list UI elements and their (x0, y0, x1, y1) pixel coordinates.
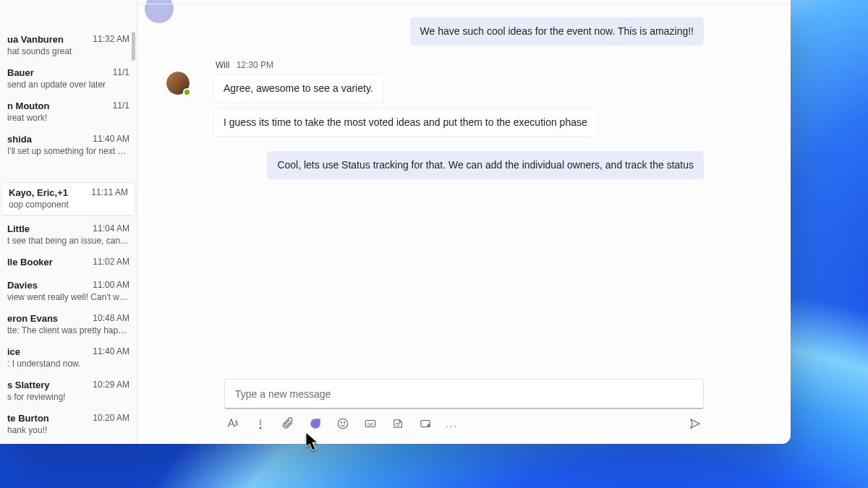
svg-point-3 (341, 422, 341, 423)
chat-list-item-preview: s for reviewing! (7, 392, 129, 402)
avatar[interactable] (166, 72, 190, 95)
bubble-self[interactable]: Cool, lets use Status tracking for that.… (267, 151, 704, 179)
chat-list-item[interactable]: ua Vanburen11:32 AMhat sounds great (0, 29, 137, 62)
message-self: Cool, lets use Status tracking for that.… (210, 151, 704, 179)
chat-list-item-time: 11:04 AM (93, 223, 129, 234)
chat-list-item-time: 11:00 AM (93, 280, 129, 290)
presence-available-icon (183, 88, 191, 96)
stream-icon[interactable] (418, 416, 433, 431)
chat-list-item[interactable]: s Slattery10:29 AMs for reviewing! (0, 374, 137, 408)
message-input[interactable]: Type a new message (224, 379, 704, 409)
chat-list-item[interactable]: n Mouton11/1ireat work! (0, 95, 137, 129)
svg-text:GIF: GIF (367, 422, 374, 427)
chat-list-item-name: shida (7, 134, 94, 145)
chat-list-item-name: ice (7, 346, 94, 357)
chat-list-item-name: eron Evans (7, 313, 94, 324)
svg-point-8 (399, 423, 399, 424)
chat-list-item[interactable]: eron Evans10:48 AMtte: The client was pr… (0, 308, 137, 341)
chat-list-item-name: Bauer (7, 67, 94, 78)
bubble-self[interactable]: We have such cool ideas for the event no… (410, 17, 704, 46)
sticker-icon[interactable] (391, 416, 405, 431)
send-icon[interactable] (688, 416, 702, 431)
chat-list-item[interactable]: Davies11:00 AMview went really well! Can… (0, 275, 137, 308)
chat-list-item[interactable]: Kayo, Eric,+111:11 AMoop component (1, 182, 135, 215)
mouse-cursor (305, 432, 320, 455)
chat-list-item[interactable]: ice11:40 AM: I understand now. (0, 341, 137, 374)
chat-list-item-preview: send an update over later (7, 80, 129, 90)
chat-list-item[interactable]: o Tanaka10:02 AMlike the idea, let's pit… (0, 441, 137, 444)
loop-icon[interactable] (308, 416, 323, 431)
chat-list-item-preview: tte: The client was pretty happy with... (7, 325, 129, 335)
chat-list-item-preview: : I understand now. (7, 359, 129, 369)
svg-point-7 (396, 423, 397, 424)
message-group-other: Will 12:30 PM Agree, awesome to see a va… (210, 60, 704, 142)
chat-list-item[interactable]: Bauer11/1send an update over later (0, 62, 137, 95)
chat-list-item-preview: I'll set up something for next week to..… (7, 146, 129, 156)
chat-list: ua Vanburen11:32 AMhat sounds greatBauer… (0, 0, 137, 444)
message-self: We have such cool ideas for the event no… (210, 17, 704, 46)
format-icon[interactable] (226, 416, 240, 431)
chat-list-item-preview: ireat work! (7, 113, 129, 123)
chat-list-item-time: 11:40 AM (93, 134, 129, 144)
chat-list-item-name: te Burton (7, 413, 94, 424)
chat-list-item-preview: hank you!! (7, 425, 129, 435)
chat-list-item-name: ua Vanburen (7, 34, 94, 45)
chat-list-item-preview: hat sounds great (7, 46, 129, 56)
chat-list-item-time: 11:02 AM (93, 257, 129, 267)
sender-name: Will (216, 60, 229, 70)
chat-list-item-name: Little (7, 223, 94, 234)
chat-list-item-time: 11:40 AM (93, 346, 129, 356)
chat-list-item[interactable]: shida11:40 AMI'll set up something for n… (0, 129, 137, 162)
chat-list-item-preview: t see that being an issue, can take t... (7, 236, 129, 246)
chat-list-item[interactable]: te Burton10:20 AMhank you!! (0, 408, 137, 441)
chat-list-item-time: 11:11 AM (91, 187, 128, 197)
svg-point-1 (260, 427, 261, 429)
chat-list-item-name: n Mouton (7, 100, 94, 111)
chat-list-item-time: 11/1 (113, 100, 129, 111)
chat-list-item-time: 10:48 AM (93, 313, 129, 323)
svg-point-2 (338, 419, 348, 429)
attach-icon[interactable] (281, 416, 295, 431)
gif-icon[interactable]: GIF (363, 416, 378, 431)
chat-list-item-time: 11/1 (113, 67, 129, 77)
chat-list-item-time: 11:32 AM (93, 34, 129, 44)
bubble-other[interactable]: Agree, awesome to see a variety. (213, 74, 384, 103)
chat-list-item-preview: view went really well! Can't wait to... (7, 292, 129, 302)
composer-toolbar: GIF ... (224, 409, 704, 431)
message-meta: Will 12:30 PM (213, 60, 704, 70)
chat-list-item-time: 10:29 AM (93, 380, 129, 390)
composer: Type a new message GIF (137, 379, 791, 444)
chat-list-item[interactable]: Little11:04 AMt see that being an issue,… (0, 218, 137, 252)
emoji-icon[interactable] (336, 416, 350, 431)
bubble-other[interactable]: I guess its time to take the most voted … (213, 108, 598, 137)
chat-list-item-time: 10:20 AM (93, 413, 129, 423)
chat-list-item-name: s Slattery (7, 380, 94, 390)
svg-point-4 (344, 422, 345, 423)
conversation-pane: We have such cool ideas for the event no… (137, 0, 791, 444)
chat-list-item-name: Kayo, Eric,+1 (9, 187, 95, 198)
message-list: We have such cool ideas for the event no… (137, 4, 791, 379)
more-actions[interactable]: ... (446, 418, 459, 429)
sender-time: 12:30 PM (237, 60, 273, 70)
teams-window: ua Vanburen11:32 AMhat sounds greatBauer… (0, 0, 791, 444)
priority-icon[interactable] (253, 416, 268, 431)
chat-list-item-name: lle Booker (7, 257, 94, 267)
chat-list-item[interactable]: lle Booker11:02 AM (0, 252, 137, 275)
chat-list-item-preview: oop component (9, 200, 128, 210)
chat-list-item-name: Davies (7, 280, 94, 291)
message-input-placeholder: Type a new message (235, 388, 331, 400)
